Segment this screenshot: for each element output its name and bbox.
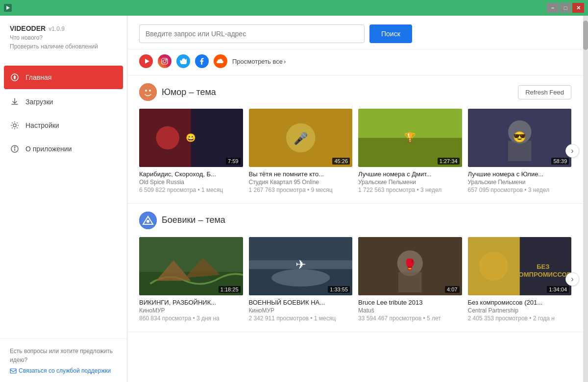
scrollbar[interactable] bbox=[583, 16, 588, 382]
info-icon bbox=[10, 144, 20, 154]
twitter-icon[interactable] bbox=[176, 54, 190, 68]
video-views: 657 095 просмотров • 3 недел bbox=[468, 187, 572, 193]
facebook-icon[interactable] bbox=[195, 54, 209, 68]
svg-text:🥊: 🥊 bbox=[403, 258, 416, 271]
video-duration: 45:26 bbox=[332, 158, 350, 165]
app-icon bbox=[4, 4, 12, 12]
svg-text:БЕЗ: БЕЗ bbox=[537, 263, 549, 270]
humor-videos-row: 😄 7:59 Карибидис, Скороход, Б... Old Spi… bbox=[139, 109, 571, 193]
video-card[interactable]: 🎤 45:26 Вы тётя не помните кто... Студия… bbox=[249, 109, 353, 193]
video-card[interactable]: 😎 58:39 Лучшие номера с Юлие... Уральски… bbox=[468, 109, 572, 193]
video-channel: Уральские Пельмени bbox=[358, 179, 462, 186]
section-header-humor: Юмор – тема Refresh Feed bbox=[139, 83, 571, 101]
section-title-row-action: Боевики – тема bbox=[139, 212, 225, 229]
youtube-icon[interactable] bbox=[139, 54, 153, 68]
video-thumbnail: 🎤 45:26 bbox=[249, 109, 353, 167]
action-avatar bbox=[139, 212, 157, 229]
settings-icon bbox=[10, 120, 20, 130]
scrollbar-thumb[interactable] bbox=[583, 21, 588, 50]
svg-point-7 bbox=[14, 147, 15, 148]
video-thumbnail: БЕЗКОМПРОМИССОВ 1:34:04 bbox=[468, 237, 572, 295]
video-thumbnail: 😎 58:39 bbox=[468, 109, 572, 167]
svg-text:🏆: 🏆 bbox=[404, 132, 416, 143]
svg-marker-9 bbox=[145, 59, 149, 64]
video-views: 1 267 763 просмотра • 9 месяц bbox=[249, 187, 353, 193]
video-channel: Уральские Пельмени bbox=[468, 179, 572, 186]
instagram-icon[interactable] bbox=[158, 54, 172, 68]
video-views: 2 342 911 просмотров • 1 месяц bbox=[249, 315, 353, 322]
see-all-text: Просмотреть все bbox=[232, 58, 283, 65]
video-views: 860 834 просмотра • 3 дня на bbox=[139, 315, 243, 322]
video-channel: Central Partnership bbox=[468, 307, 572, 314]
feed-section-humor: Юмор – тема Refresh Feed 😄 7:59 bbox=[127, 75, 583, 204]
content-area: Поиск bbox=[127, 16, 583, 382]
search-input[interactable] bbox=[139, 24, 365, 43]
search-button[interactable]: Поиск bbox=[369, 24, 412, 43]
video-card[interactable]: 1:18:25 ВИКИНГИ, РАЗБОЙНИК... КиноМУР 86… bbox=[139, 237, 243, 322]
see-all-link[interactable]: Просмотреть все › bbox=[232, 58, 286, 65]
sidebar: VIDEODER v1.0.9 Что нового? Проверить на… bbox=[0, 16, 127, 382]
video-thumbnail: ✈ 1:33:55 bbox=[249, 237, 353, 295]
svg-point-14 bbox=[145, 90, 147, 92]
svg-rect-3 bbox=[14, 77, 16, 79]
svg-point-49 bbox=[479, 252, 508, 281]
scroll-next-humor[interactable]: › bbox=[565, 144, 579, 158]
sidebar-item-downloads[interactable]: Загрузки bbox=[0, 90, 127, 114]
main-layout: VIDEODER v1.0.9 Что нового? Проверить на… bbox=[0, 16, 588, 382]
sidebar-item-about[interactable]: О приложении bbox=[0, 137, 127, 161]
sidebar-header: VIDEODER v1.0.9 Что нового? Проверить на… bbox=[0, 16, 127, 55]
support-link[interactable]: Связаться со службой поддержки bbox=[10, 367, 117, 374]
footer-text: Есть вопросы или хотите предложить идею? bbox=[10, 347, 117, 364]
app-version: v1.0.9 bbox=[49, 25, 65, 32]
video-duration: 1:33:55 bbox=[328, 286, 350, 293]
maximize-button[interactable]: □ bbox=[560, 3, 571, 13]
video-views: 6 509 822 просмотра • 1 месяц bbox=[139, 187, 243, 193]
whats-new-link[interactable]: Что нового? bbox=[10, 34, 117, 41]
video-card[interactable]: 🥊 4:07 Bruce Lee tribute 2013 Matuš 33 5… bbox=[358, 237, 462, 322]
action-videos-row: 1:18:25 ВИКИНГИ, РАЗБОЙНИК... КиноМУР 86… bbox=[139, 237, 571, 322]
video-card[interactable]: 🏆 1:27:34 Лучшие номера с Дмит... Уральс… bbox=[358, 109, 462, 193]
video-title: Лучшие номера с Дмит... bbox=[358, 170, 462, 178]
video-channel: Old Spice Russia bbox=[139, 179, 243, 186]
humor-title: Юмор – тема bbox=[162, 87, 216, 97]
sidebar-settings-label: Настройки bbox=[25, 121, 59, 129]
sidebar-item-home[interactable]: Главная bbox=[4, 66, 123, 89]
video-views: 2 405 353 просмотров • 2 года н bbox=[468, 315, 572, 322]
sidebar-item-settings[interactable]: Настройки bbox=[0, 114, 127, 137]
video-title: Карибидис, Скороход, Б... bbox=[139, 170, 243, 178]
titlebar: − □ ✕ bbox=[0, 0, 588, 16]
scroll-next-action[interactable]: › bbox=[565, 272, 579, 286]
sidebar-downloads-label: Загрузки bbox=[25, 98, 53, 106]
soundcloud-icon[interactable] bbox=[214, 54, 227, 68]
minimize-button[interactable]: − bbox=[547, 3, 559, 13]
section-title-row-humor: Юмор – тема bbox=[139, 83, 216, 101]
video-title: Лучшие номера с Юлие... bbox=[468, 170, 572, 178]
video-duration: 7:59 bbox=[226, 158, 240, 165]
svg-point-33 bbox=[147, 220, 149, 223]
video-channel: Matuš bbox=[358, 307, 462, 314]
refresh-feed-button[interactable]: Refresh Feed bbox=[518, 85, 571, 99]
video-card[interactable]: 😄 7:59 Карибидис, Скороход, Б... Old Spi… bbox=[139, 109, 243, 193]
svg-marker-2 bbox=[13, 75, 16, 77]
svg-point-11 bbox=[163, 60, 166, 63]
video-title: Без компромиссов (201... bbox=[468, 299, 572, 306]
window-controls: − □ ✕ bbox=[547, 3, 584, 13]
video-card[interactable]: БЕЗКОМПРОМИССОВ 1:34:04 Без компромиссов… bbox=[468, 237, 572, 322]
video-duration: 1:18:25 bbox=[219, 286, 241, 293]
video-duration: 1:27:34 bbox=[438, 158, 460, 165]
sidebar-nav: Главная Загрузки Настройки bbox=[0, 65, 127, 338]
humor-avatar bbox=[139, 83, 157, 101]
svg-marker-0 bbox=[6, 6, 10, 10]
close-button[interactable]: ✕ bbox=[572, 3, 584, 13]
check-updates-link[interactable]: Проверить наличие обновлений bbox=[10, 43, 117, 50]
sidebar-about-label: О приложении bbox=[25, 145, 72, 153]
video-duration: 1:34:04 bbox=[547, 286, 569, 293]
video-duration: 58:39 bbox=[551, 158, 569, 165]
video-channel: КиноМУР bbox=[249, 307, 353, 314]
video-title: ВОЕННЫЙ БОЕВИК НА... bbox=[249, 299, 353, 306]
video-card[interactable]: ✈ 1:33:55 ВОЕННЫЙ БОЕВИК НА... КиноМУР 2… bbox=[249, 237, 353, 322]
feed: Юмор – тема Refresh Feed 😄 7:59 bbox=[127, 75, 583, 382]
video-thumbnail: 🏆 1:27:34 bbox=[358, 109, 462, 167]
support-link-text: Связаться со службой поддержки bbox=[19, 367, 111, 374]
svg-point-19 bbox=[156, 126, 179, 150]
